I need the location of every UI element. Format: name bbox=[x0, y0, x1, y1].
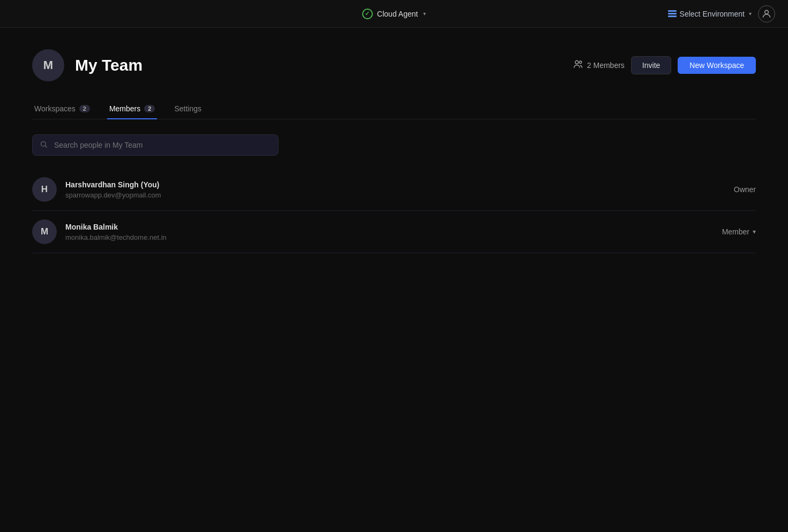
members-count-label: 2 Members bbox=[587, 61, 625, 70]
tab-members-badge: 2 bbox=[144, 105, 155, 112]
member-email: monika.balmik@techdome.net.in bbox=[65, 233, 167, 241]
member-left: M Monika Balmik monika.balmik@techdome.n… bbox=[32, 219, 167, 244]
search-container bbox=[32, 134, 279, 156]
member-name: Harshvardhan Singh (You) bbox=[65, 180, 161, 189]
svg-line-4 bbox=[45, 146, 47, 147]
member-right: Owner bbox=[734, 185, 756, 194]
member-role: Owner bbox=[734, 185, 756, 194]
select-environment-label: Select Environment bbox=[680, 10, 745, 18]
avatar: H bbox=[32, 177, 57, 202]
main-content: M My Team 2 Members Invite New Workspace bbox=[0, 28, 788, 275]
member-name: Monika Balmik bbox=[65, 223, 167, 231]
member-role-dropdown[interactable]: Member ▾ bbox=[722, 227, 756, 236]
search-icon bbox=[40, 140, 48, 150]
members-icon bbox=[573, 59, 583, 71]
table-row: M Monika Balmik monika.balmik@techdome.n… bbox=[32, 211, 756, 253]
member-info: Harshvardhan Singh (You) sparrowapp.dev@… bbox=[65, 180, 161, 199]
tab-workspaces-label: Workspaces bbox=[34, 104, 76, 113]
tab-settings-label: Settings bbox=[174, 104, 201, 113]
topbar-right: Select Environment ▾ bbox=[668, 5, 775, 22]
members-count-group: 2 Members bbox=[573, 59, 625, 71]
member-right: Member ▾ bbox=[722, 227, 756, 236]
profile-avatar-icon[interactable] bbox=[758, 5, 775, 22]
member-role: Member bbox=[722, 227, 749, 236]
select-environment[interactable]: Select Environment ▾ bbox=[668, 10, 752, 18]
tab-members-label: Members bbox=[109, 104, 140, 113]
svg-point-1 bbox=[575, 60, 579, 64]
invite-button[interactable]: Invite bbox=[631, 56, 671, 74]
member-left: H Harshvardhan Singh (You) sparrowapp.de… bbox=[32, 177, 161, 202]
team-header: M My Team 2 Members Invite New Workspace bbox=[32, 49, 756, 81]
svg-point-3 bbox=[41, 142, 46, 147]
topbar: Cloud Agent ▾ Select Environment ▾ bbox=[0, 0, 788, 28]
team-avatar: M bbox=[32, 49, 64, 81]
team-actions: 2 Members Invite New Workspace bbox=[573, 56, 756, 74]
svg-point-2 bbox=[579, 61, 582, 64]
search-input[interactable] bbox=[32, 134, 279, 156]
member-email: sparrowapp.dev@yopmail.com bbox=[65, 191, 161, 199]
select-env-dropdown-arrow: ▾ bbox=[749, 11, 752, 17]
tab-settings[interactable]: Settings bbox=[172, 99, 204, 119]
tabs-bar: Workspaces 2 Members 2 Settings bbox=[32, 98, 756, 119]
cloud-agent-group: Cloud Agent ▾ bbox=[362, 9, 426, 19]
chevron-down-icon: ▾ bbox=[753, 228, 756, 235]
new-workspace-button[interactable]: New Workspace bbox=[678, 57, 756, 74]
cloud-agent-dropdown-arrow[interactable]: ▾ bbox=[423, 11, 426, 17]
member-info: Monika Balmik monika.balmik@techdome.net… bbox=[65, 223, 167, 241]
svg-point-0 bbox=[765, 10, 769, 14]
team-name: My Team bbox=[75, 56, 142, 74]
layers-icon bbox=[668, 10, 677, 17]
cloud-agent-label: Cloud Agent bbox=[377, 10, 418, 18]
table-row: H Harshvardhan Singh (You) sparrowapp.de… bbox=[32, 169, 756, 211]
tab-workspaces[interactable]: Workspaces 2 bbox=[32, 99, 92, 119]
cloud-agent-status-icon bbox=[362, 9, 373, 19]
members-list: H Harshvardhan Singh (You) sparrowapp.de… bbox=[32, 169, 756, 253]
tab-workspaces-badge: 2 bbox=[79, 105, 90, 112]
tab-members[interactable]: Members 2 bbox=[107, 99, 157, 119]
avatar: M bbox=[32, 219, 57, 244]
team-title-group: M My Team bbox=[32, 49, 142, 81]
